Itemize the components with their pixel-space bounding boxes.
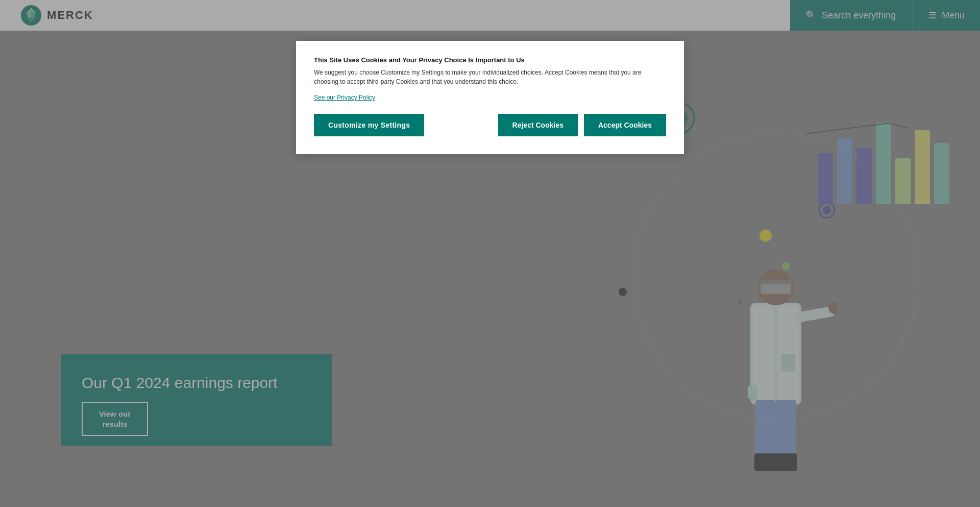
cookie-dialog: This Site Uses Cookies and Your Privacy … <box>296 41 684 154</box>
customize-settings-button[interactable]: Customize my Settings <box>314 114 424 136</box>
accept-cookies-button[interactable]: Accept Cookies <box>584 114 666 136</box>
cookie-buttons: Customize my Settings Reject Cookies Acc… <box>314 114 666 136</box>
cookie-right-buttons: Reject Cookies Accept Cookies <box>498 114 666 136</box>
reject-cookies-button[interactable]: Reject Cookies <box>498 114 578 136</box>
privacy-policy-link[interactable]: See our Privacy Policy <box>314 94 375 101</box>
cookie-title: This Site Uses Cookies and Your Privacy … <box>314 56 666 64</box>
cookie-body: We suggest you choose Customize my Setti… <box>314 68 666 86</box>
